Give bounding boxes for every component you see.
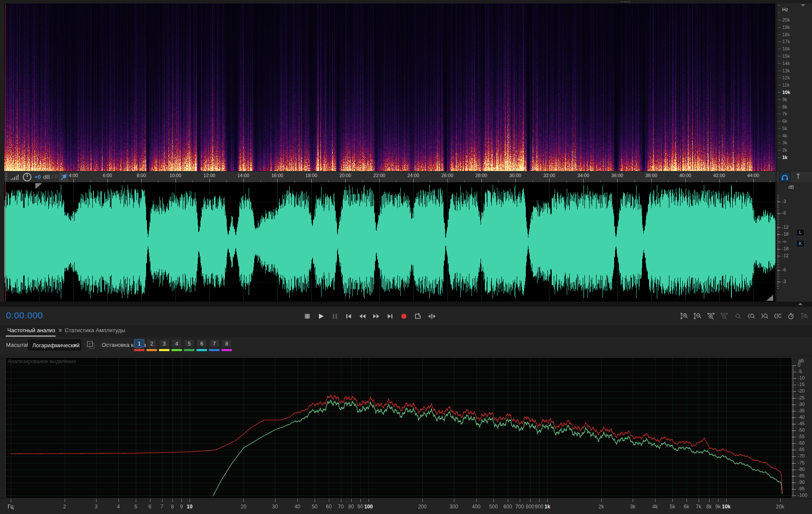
- amplitude-ruler[interactable]: dB -3-6-12-18-∞-18-12-6-3 L K: [777, 182, 812, 302]
- skip-to-start-button[interactable]: [345, 312, 353, 320]
- timeline-time-label: 30:00: [509, 173, 522, 178]
- hz-tick: [778, 157, 781, 158]
- split-handle-bottom-icon[interactable]: [766, 295, 773, 301]
- timecode-display[interactable]: 0:00.000: [6, 310, 43, 321]
- pause-button[interactable]: [331, 312, 339, 320]
- adjust-tool-button[interactable]: [794, 172, 803, 181]
- plot-db-major-tick: [792, 470, 796, 470]
- timeline-major-tick: [549, 179, 550, 182]
- freq-tick: [11, 499, 11, 502]
- tool-icon: [794, 172, 803, 181]
- timer-button[interactable]: [787, 312, 795, 320]
- hz-label: 14k: [782, 61, 790, 66]
- gain-value[interactable]: +0: [34, 174, 41, 180]
- channel-badge-right[interactable]: K: [796, 240, 805, 247]
- hz-label: 15k: [782, 53, 790, 59]
- toolbar-grip-handle[interactable]: [5, 173, 7, 181]
- skip-to-end-button[interactable]: [386, 312, 394, 320]
- timeline-major-tick: [481, 179, 482, 182]
- freq-tick: [136, 499, 136, 502]
- freq-tick-label: 2: [63, 504, 66, 510]
- zoom-in-horizontal-button[interactable]: [707, 312, 715, 320]
- amplitude-ruler-unit: dB: [788, 184, 794, 190]
- tab-frequency-analysis[interactable]: Частотный анализ≡: [7, 327, 62, 333]
- zoom-in-point-button[interactable]: [747, 312, 755, 320]
- timeline-major-tick: [311, 179, 312, 182]
- ruler-collapse-arrow-icon[interactable]: [798, 303, 803, 305]
- scale-dropdown-value: Логарифмический: [32, 342, 80, 349]
- freq-tick: [360, 499, 361, 502]
- channel-badge-left[interactable]: L: [796, 229, 805, 236]
- hold-button-8[interactable]: 8: [222, 339, 232, 351]
- play-button[interactable]: [317, 312, 325, 320]
- record-button[interactable]: [400, 312, 408, 320]
- panel-grip-handle[interactable]: [621, 1, 631, 2]
- timeline-ruler[interactable]: +0 dB 2:00 4:006:008:0010:0012:0014:0016…: [4, 171, 775, 183]
- fast-forward-button[interactable]: [372, 312, 380, 320]
- zoom-reset-button[interactable]: [734, 312, 741, 320]
- freq-tick-label: 600: [503, 504, 512, 510]
- split-handle-top-icon[interactable]: [35, 183, 42, 189]
- levels-icon[interactable]: [10, 174, 20, 181]
- amplitude-label: -6: [782, 267, 786, 272]
- freq-tick: [633, 499, 633, 502]
- stop-button[interactable]: [303, 312, 311, 320]
- timeline-major-tick: [617, 179, 618, 182]
- freq-tick-label: 10: [187, 504, 192, 510]
- timeline-major-tick: [379, 179, 380, 182]
- frequency-ruler[interactable]: Hz 20k19k18k17k16k15k14k13k12k11k10k9k8k…: [777, 3, 812, 171]
- gain-knob-icon[interactable]: [22, 172, 32, 182]
- freq-tick: [699, 499, 699, 502]
- playhead-spectral[interactable]: [5, 3, 6, 171]
- hold-button-number: 8: [222, 339, 232, 348]
- freq-tick-label: 500: [489, 504, 498, 510]
- playhead-waveform[interactable]: [5, 182, 6, 302]
- hold-button-6[interactable]: 6: [197, 339, 207, 351]
- ruler-menu-arrow-icon[interactable]: [801, 4, 805, 6]
- frequency-analysis-plot[interactable]: Анализированое выделение: [5, 357, 792, 498]
- monitor-toggle-button[interactable]: [779, 172, 790, 182]
- panel-menu-icon[interactable]: ≡: [59, 327, 62, 333]
- plot-db-major-tick: [792, 398, 796, 399]
- rewind-button[interactable]: [359, 312, 366, 320]
- hold-button-3[interactable]: 3: [159, 339, 169, 351]
- skip-selection-button[interactable]: [428, 312, 435, 320]
- hz-tick: [778, 20, 781, 20]
- freq-tick: [329, 499, 329, 502]
- copy-data-button[interactable]: [87, 341, 93, 347]
- hold-button-5[interactable]: 5: [184, 339, 194, 351]
- tab-amplitude-statistics[interactable]: Статистика Амплитуды: [65, 327, 125, 333]
- zoom-out-horizontal-button[interactable]: [720, 312, 728, 320]
- timeline-time-label: 40:00: [679, 173, 691, 178]
- freq-tick: [65, 499, 65, 502]
- plot-db-major-tick: [792, 495, 796, 496]
- hold-button-2[interactable]: 2: [147, 339, 157, 351]
- loop-playback-button[interactable]: [414, 312, 422, 320]
- hold-button-1[interactable]: 1: [134, 339, 144, 351]
- audio-editor-window: Hz 20k19k18k17k16k15k14k13k12k11k10k9k8k…: [0, 0, 812, 514]
- zoom-in-vertical-button[interactable]: [680, 312, 688, 320]
- plot-db-label: -95: [798, 486, 805, 491]
- freq-tick: [275, 499, 275, 502]
- zoom-selection-button[interactable]: [774, 312, 781, 320]
- hz-tick: [778, 143, 781, 143]
- zoom-playhead-button[interactable]: [800, 312, 808, 320]
- waveform-panel[interactable]: [4, 182, 775, 302]
- spectrogram-panel[interactable]: [4, 3, 775, 171]
- zoom-out-point-button[interactable]: [760, 312, 768, 320]
- freq-tick: [476, 499, 477, 502]
- scale-dropdown[interactable]: Логарифмический: [28, 340, 81, 350]
- freq-tick: [530, 499, 531, 502]
- hold-button-7[interactable]: 7: [209, 339, 219, 351]
- pin-playhead-button[interactable]: [58, 172, 69, 183]
- hz-label: 6k: [782, 118, 787, 124]
- timeline-time-label: 44:00: [747, 173, 759, 178]
- zoom-out-vertical-button[interactable]: [693, 312, 701, 320]
- waveform-canvas[interactable]: [4, 182, 775, 302]
- plot-db-label: -60: [798, 440, 805, 445]
- freq-tick: [454, 499, 454, 502]
- hold-button-4[interactable]: 4: [172, 339, 182, 351]
- spectrogram-canvas[interactable]: [4, 3, 775, 171]
- timeline-time-label: 42:00: [713, 173, 725, 178]
- freq-tick-label: 6k: [684, 504, 690, 510]
